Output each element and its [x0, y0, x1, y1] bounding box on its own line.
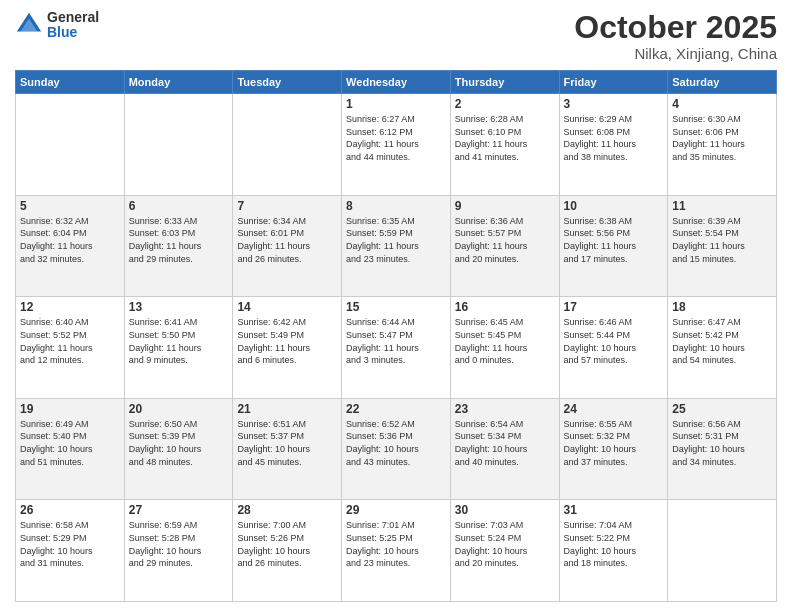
day-info: Sunrise: 6:55 AM Sunset: 5:32 PM Dayligh…	[564, 418, 664, 468]
day-info: Sunrise: 6:35 AM Sunset: 5:59 PM Dayligh…	[346, 215, 446, 265]
logo-text: General Blue	[47, 10, 99, 41]
calendar-cell: 29Sunrise: 7:01 AM Sunset: 5:25 PM Dayli…	[342, 500, 451, 602]
day-info: Sunrise: 6:27 AM Sunset: 6:12 PM Dayligh…	[346, 113, 446, 163]
calendar-header-thursday: Thursday	[450, 71, 559, 94]
day-number: 9	[455, 199, 555, 213]
day-number: 30	[455, 503, 555, 517]
calendar-cell: 17Sunrise: 6:46 AM Sunset: 5:44 PM Dayli…	[559, 297, 668, 399]
day-info: Sunrise: 6:56 AM Sunset: 5:31 PM Dayligh…	[672, 418, 772, 468]
calendar-cell: 6Sunrise: 6:33 AM Sunset: 6:03 PM Daylig…	[124, 195, 233, 297]
calendar-cell: 4Sunrise: 6:30 AM Sunset: 6:06 PM Daylig…	[668, 94, 777, 196]
calendar-cell: 22Sunrise: 6:52 AM Sunset: 5:36 PM Dayli…	[342, 398, 451, 500]
logo-blue-text: Blue	[47, 24, 77, 40]
day-number: 1	[346, 97, 446, 111]
day-number: 19	[20, 402, 120, 416]
calendar-header-wednesday: Wednesday	[342, 71, 451, 94]
day-number: 10	[564, 199, 664, 213]
calendar-cell: 26Sunrise: 6:58 AM Sunset: 5:29 PM Dayli…	[16, 500, 125, 602]
day-number: 22	[346, 402, 446, 416]
day-info: Sunrise: 6:50 AM Sunset: 5:39 PM Dayligh…	[129, 418, 229, 468]
calendar-cell	[668, 500, 777, 602]
day-info: Sunrise: 7:03 AM Sunset: 5:24 PM Dayligh…	[455, 519, 555, 569]
day-number: 12	[20, 300, 120, 314]
calendar-cell: 15Sunrise: 6:44 AM Sunset: 5:47 PM Dayli…	[342, 297, 451, 399]
calendar-cell: 16Sunrise: 6:45 AM Sunset: 5:45 PM Dayli…	[450, 297, 559, 399]
day-info: Sunrise: 6:33 AM Sunset: 6:03 PM Dayligh…	[129, 215, 229, 265]
calendar-cell: 7Sunrise: 6:34 AM Sunset: 6:01 PM Daylig…	[233, 195, 342, 297]
day-number: 20	[129, 402, 229, 416]
day-info: Sunrise: 6:59 AM Sunset: 5:28 PM Dayligh…	[129, 519, 229, 569]
day-info: Sunrise: 6:40 AM Sunset: 5:52 PM Dayligh…	[20, 316, 120, 366]
day-info: Sunrise: 6:30 AM Sunset: 6:06 PM Dayligh…	[672, 113, 772, 163]
day-info: Sunrise: 6:32 AM Sunset: 6:04 PM Dayligh…	[20, 215, 120, 265]
day-number: 8	[346, 199, 446, 213]
calendar-cell: 10Sunrise: 6:38 AM Sunset: 5:56 PM Dayli…	[559, 195, 668, 297]
day-info: Sunrise: 6:58 AM Sunset: 5:29 PM Dayligh…	[20, 519, 120, 569]
day-info: Sunrise: 6:54 AM Sunset: 5:34 PM Dayligh…	[455, 418, 555, 468]
day-number: 13	[129, 300, 229, 314]
day-number: 27	[129, 503, 229, 517]
calendar-cell: 1Sunrise: 6:27 AM Sunset: 6:12 PM Daylig…	[342, 94, 451, 196]
day-info: Sunrise: 7:00 AM Sunset: 5:26 PM Dayligh…	[237, 519, 337, 569]
calendar-cell: 5Sunrise: 6:32 AM Sunset: 6:04 PM Daylig…	[16, 195, 125, 297]
calendar-week-4: 19Sunrise: 6:49 AM Sunset: 5:40 PM Dayli…	[16, 398, 777, 500]
day-number: 3	[564, 97, 664, 111]
day-number: 2	[455, 97, 555, 111]
title-block: October 2025 Nilka, Xinjiang, China	[574, 10, 777, 62]
calendar-cell: 23Sunrise: 6:54 AM Sunset: 5:34 PM Dayli…	[450, 398, 559, 500]
month-title: October 2025	[574, 10, 777, 45]
calendar-cell: 2Sunrise: 6:28 AM Sunset: 6:10 PM Daylig…	[450, 94, 559, 196]
day-info: Sunrise: 6:36 AM Sunset: 5:57 PM Dayligh…	[455, 215, 555, 265]
calendar-table: SundayMondayTuesdayWednesdayThursdayFrid…	[15, 70, 777, 602]
day-number: 26	[20, 503, 120, 517]
day-number: 23	[455, 402, 555, 416]
day-number: 18	[672, 300, 772, 314]
day-number: 5	[20, 199, 120, 213]
calendar-header-tuesday: Tuesday	[233, 71, 342, 94]
day-number: 14	[237, 300, 337, 314]
calendar-cell: 12Sunrise: 6:40 AM Sunset: 5:52 PM Dayli…	[16, 297, 125, 399]
calendar-cell: 24Sunrise: 6:55 AM Sunset: 5:32 PM Dayli…	[559, 398, 668, 500]
calendar-cell: 30Sunrise: 7:03 AM Sunset: 5:24 PM Dayli…	[450, 500, 559, 602]
calendar-cell: 21Sunrise: 6:51 AM Sunset: 5:37 PM Dayli…	[233, 398, 342, 500]
day-number: 11	[672, 199, 772, 213]
location: Nilka, Xinjiang, China	[574, 45, 777, 62]
day-info: Sunrise: 6:41 AM Sunset: 5:50 PM Dayligh…	[129, 316, 229, 366]
calendar-cell: 8Sunrise: 6:35 AM Sunset: 5:59 PM Daylig…	[342, 195, 451, 297]
calendar-cell	[124, 94, 233, 196]
calendar-cell	[16, 94, 125, 196]
calendar-cell: 14Sunrise: 6:42 AM Sunset: 5:49 PM Dayli…	[233, 297, 342, 399]
calendar-header-sunday: Sunday	[16, 71, 125, 94]
day-info: Sunrise: 6:44 AM Sunset: 5:47 PM Dayligh…	[346, 316, 446, 366]
day-info: Sunrise: 6:29 AM Sunset: 6:08 PM Dayligh…	[564, 113, 664, 163]
day-info: Sunrise: 7:04 AM Sunset: 5:22 PM Dayligh…	[564, 519, 664, 569]
calendar-header-saturday: Saturday	[668, 71, 777, 94]
calendar-header-row: SundayMondayTuesdayWednesdayThursdayFrid…	[16, 71, 777, 94]
day-info: Sunrise: 6:34 AM Sunset: 6:01 PM Dayligh…	[237, 215, 337, 265]
header: General Blue October 2025 Nilka, Xinjian…	[15, 10, 777, 62]
day-number: 7	[237, 199, 337, 213]
day-number: 17	[564, 300, 664, 314]
calendar-cell: 11Sunrise: 6:39 AM Sunset: 5:54 PM Dayli…	[668, 195, 777, 297]
day-number: 15	[346, 300, 446, 314]
day-number: 29	[346, 503, 446, 517]
calendar-cell: 13Sunrise: 6:41 AM Sunset: 5:50 PM Dayli…	[124, 297, 233, 399]
day-number: 25	[672, 402, 772, 416]
calendar-week-1: 1Sunrise: 6:27 AM Sunset: 6:12 PM Daylig…	[16, 94, 777, 196]
day-info: Sunrise: 6:39 AM Sunset: 5:54 PM Dayligh…	[672, 215, 772, 265]
day-info: Sunrise: 6:38 AM Sunset: 5:56 PM Dayligh…	[564, 215, 664, 265]
day-info: Sunrise: 6:28 AM Sunset: 6:10 PM Dayligh…	[455, 113, 555, 163]
calendar-cell: 27Sunrise: 6:59 AM Sunset: 5:28 PM Dayli…	[124, 500, 233, 602]
calendar-week-5: 26Sunrise: 6:58 AM Sunset: 5:29 PM Dayli…	[16, 500, 777, 602]
calendar-cell: 18Sunrise: 6:47 AM Sunset: 5:42 PM Dayli…	[668, 297, 777, 399]
day-number: 28	[237, 503, 337, 517]
logo-general-text: General	[47, 9, 99, 25]
day-info: Sunrise: 6:51 AM Sunset: 5:37 PM Dayligh…	[237, 418, 337, 468]
day-number: 16	[455, 300, 555, 314]
day-info: Sunrise: 6:45 AM Sunset: 5:45 PM Dayligh…	[455, 316, 555, 366]
day-info: Sunrise: 6:42 AM Sunset: 5:49 PM Dayligh…	[237, 316, 337, 366]
calendar-cell: 31Sunrise: 7:04 AM Sunset: 5:22 PM Dayli…	[559, 500, 668, 602]
calendar-header-friday: Friday	[559, 71, 668, 94]
day-info: Sunrise: 6:47 AM Sunset: 5:42 PM Dayligh…	[672, 316, 772, 366]
day-info: Sunrise: 7:01 AM Sunset: 5:25 PM Dayligh…	[346, 519, 446, 569]
